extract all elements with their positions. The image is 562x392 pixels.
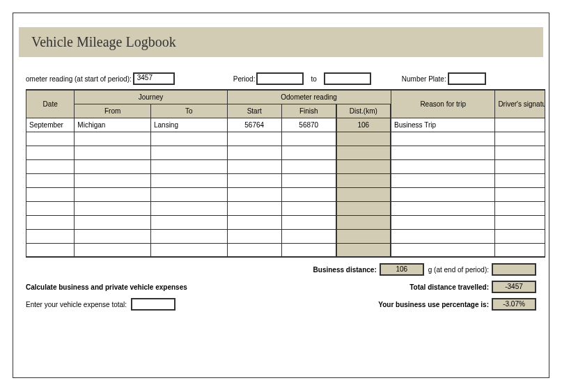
cell-start[interactable] [227,201,281,215]
cell-start[interactable] [227,132,281,146]
cell-date[interactable] [26,187,75,201]
cell-reason[interactable]: Business Trip [391,118,495,132]
end-period-input[interactable] [492,263,536,276]
cell-sig[interactable] [495,229,545,243]
odometer-start-input[interactable]: 3457 [133,72,175,85]
cell-start[interactable]: 56764 [227,118,281,132]
cell-sig[interactable] [495,215,545,229]
cell-date[interactable] [26,229,75,243]
cell-start[interactable] [227,159,281,173]
cell-finish[interactable]: 56870 [281,118,336,132]
period-label: Period: [233,75,256,83]
number-plate-input[interactable] [448,72,486,85]
cell-reason[interactable] [391,243,495,257]
cell-finish[interactable] [281,187,336,201]
cell-date[interactable] [26,201,75,215]
cell-start[interactable] [227,173,281,187]
cell-date[interactable] [26,173,75,187]
cell-to[interactable] [150,146,227,159]
cell-date[interactable]: September [26,118,75,132]
cell-dist[interactable] [336,215,391,229]
cell-reason[interactable] [391,146,495,159]
cell-sig[interactable] [495,173,545,187]
cell-dist[interactable] [336,173,391,187]
odometer-start-label: ometer reading (at start of period): [26,75,132,83]
page-title: Vehicle Mileage Logbook [31,34,531,50]
cell-start[interactable] [227,187,281,201]
cell-reason[interactable] [391,132,495,146]
cell-sig[interactable] [495,159,545,173]
cell-to[interactable] [150,229,227,243]
cell-sig[interactable] [495,146,545,159]
cell-dist[interactable] [336,229,391,243]
cell-finish[interactable] [281,159,336,173]
cell-sig[interactable] [495,243,545,257]
table-row [26,159,545,173]
cell-to[interactable]: Lansing [150,118,227,132]
period-separator: to [305,75,322,83]
cell-reason[interactable] [391,159,495,173]
logbook-frame: Vehicle Mileage Logbook ometer reading (… [13,13,549,378]
cell-start[interactable] [227,243,281,257]
table-row [26,201,545,215]
cell-sig[interactable] [495,132,545,146]
cell-to[interactable] [150,187,227,201]
cell-reason[interactable] [391,187,495,201]
cell-to[interactable] [150,159,227,173]
cell-reason[interactable] [391,201,495,215]
cell-reason[interactable] [391,229,495,243]
cell-reason[interactable] [391,173,495,187]
cell-start[interactable] [227,215,281,229]
cell-finish[interactable] [281,173,336,187]
cell-from[interactable] [75,132,151,146]
cell-to[interactable] [150,201,227,215]
table-row [26,187,545,201]
cell-date[interactable] [26,159,75,173]
business-distance-value: 106 [380,263,424,276]
cell-finish[interactable] [281,243,336,257]
cell-dist[interactable] [336,159,391,173]
cell-to[interactable] [150,132,227,146]
cell-from[interactable] [75,187,151,201]
cell-sig[interactable] [495,118,545,132]
cell-reason[interactable] [391,215,495,229]
cell-dist[interactable] [336,146,391,159]
cell-from[interactable] [75,159,151,173]
cell-date[interactable] [26,215,75,229]
cell-to[interactable] [150,215,227,229]
cell-date[interactable] [26,146,75,159]
cell-to[interactable] [150,173,227,187]
cell-dist[interactable] [336,187,391,201]
cell-from[interactable] [75,229,151,243]
cell-start[interactable] [227,146,281,159]
cell-start[interactable] [227,229,281,243]
cell-dist[interactable] [336,201,391,215]
expense-input[interactable] [131,298,175,311]
table-row: SeptemberMichiganLansing5676456870106Bus… [26,118,545,132]
cell-finish[interactable] [281,215,336,229]
cell-from[interactable] [75,146,151,159]
cell-finish[interactable] [281,146,336,159]
period-to-input[interactable] [324,72,371,85]
period-from-input[interactable] [256,72,304,85]
business-pct-label: Your business use percentage is: [378,301,489,308]
cell-date[interactable] [26,243,75,257]
expense-label: Enter your vehicle expense total: [26,301,127,308]
col-from: From [75,104,151,118]
cell-finish[interactable] [281,229,336,243]
cell-dist[interactable]: 106 [336,118,391,132]
cell-from[interactable] [75,173,151,187]
cell-finish[interactable] [281,132,336,146]
cell-from[interactable] [75,243,151,257]
cell-dist[interactable] [336,132,391,146]
cell-finish[interactable] [281,201,336,215]
mileage-table: Date Journey Odometer reading Reason for… [26,89,545,258]
cell-sig[interactable] [495,187,545,201]
cell-date[interactable] [26,132,75,146]
cell-from[interactable]: Michigan [75,118,151,132]
cell-from[interactable] [75,215,151,229]
cell-sig[interactable] [495,201,545,215]
cell-dist[interactable] [336,243,391,257]
cell-from[interactable] [75,201,151,215]
cell-to[interactable] [150,243,227,257]
